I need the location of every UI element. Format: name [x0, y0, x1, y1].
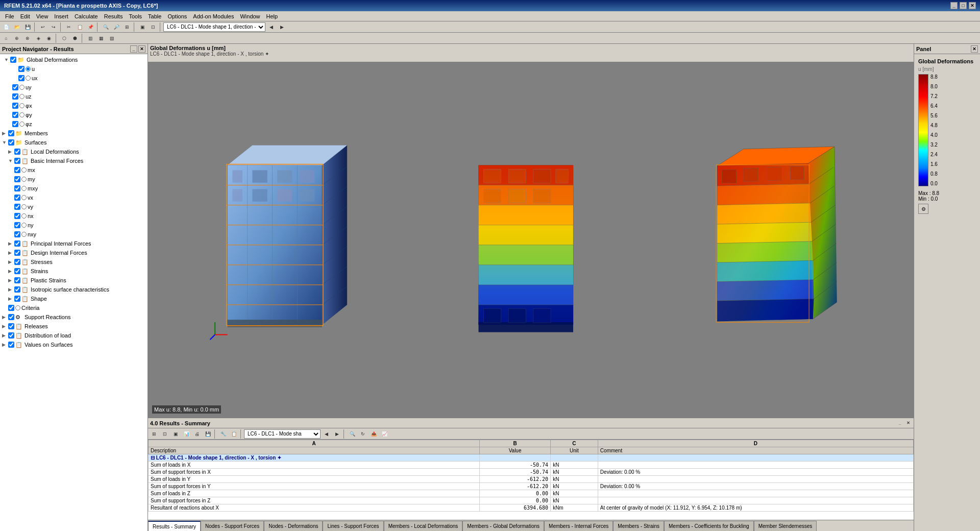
tree-radio-mxy[interactable] — [21, 186, 27, 191]
tree-item-local-def[interactable]: ▶ 📋 Local Deformations — [1, 147, 146, 156]
tree-cb-basic-if[interactable] — [14, 158, 20, 164]
bottom-tab-0[interactable]: Results - Summary — [148, 521, 201, 531]
rtb-1[interactable]: ⊞ — [149, 429, 159, 439]
menu-item-view[interactable]: View — [33, 12, 52, 20]
tree-item-stresses[interactable]: ▶ 📋 Stresses — [1, 257, 146, 267]
tb2-10[interactable]: ▧ — [107, 33, 117, 43]
tree-cb-vx[interactable] — [14, 195, 20, 201]
tree-item-mxy[interactable]: mxy — [1, 184, 146, 193]
rtb-chart[interactable]: 📈 — [379, 429, 389, 439]
tb-zoom-out[interactable]: 🔎 — [111, 22, 121, 32]
rp-close[interactable]: ✕ — [971, 45, 978, 53]
tree-radio-phix[interactable] — [19, 103, 24, 108]
lc-combo[interactable]: LC6 - DLC1 - Mode shape 1, direction - — [163, 22, 265, 32]
building-view-2[interactable] — [454, 135, 607, 345]
tree-cb-u[interactable] — [18, 66, 24, 72]
tree-radio-uy[interactable] — [19, 85, 24, 90]
tree-cb-dist-load[interactable] — [8, 332, 14, 339]
tree-cb-stresses[interactable] — [14, 259, 20, 265]
col-a-header[interactable]: A — [149, 440, 480, 447]
tree-cb-support-reactions[interactable] — [8, 314, 14, 320]
minimize-button[interactable]: _ — [950, 2, 958, 9]
tree-cb-phiy[interactable] — [12, 112, 18, 118]
tree-item-phix[interactable]: φx — [1, 101, 146, 110]
rtb-8[interactable]: 📋 — [229, 429, 239, 439]
rtb-3[interactable]: ▣ — [170, 429, 181, 439]
menu-item-add-on-modules[interactable]: Add-on Modules — [190, 12, 237, 20]
close-button[interactable]: ✕ — [969, 2, 976, 9]
tree-item-mx[interactable]: mx — [1, 165, 146, 175]
col-b-header[interactable]: B — [480, 440, 551, 447]
tb2-2[interactable]: ⊕ — [12, 33, 22, 43]
tree-cb-ux[interactable] — [18, 75, 24, 81]
results-minimize[interactable]: _ — [896, 420, 903, 427]
tree-cb-values-surfaces[interactable] — [8, 342, 14, 348]
bottom-tab-7[interactable]: Members - Strains — [613, 521, 664, 531]
tree-cb-surfaces[interactable] — [8, 139, 14, 146]
rtb-6[interactable]: 💾 — [203, 429, 213, 439]
tree-cb-mxy[interactable] — [14, 185, 20, 191]
tree-item-ux[interactable]: ux — [1, 74, 146, 83]
tree-cb-nx[interactable] — [14, 213, 20, 219]
rtb-4[interactable]: 📊 — [181, 429, 191, 439]
bottom-tab-6[interactable]: Members - Internal Forces — [544, 521, 613, 531]
tree-radio-nx[interactable] — [21, 213, 27, 219]
tb-paste[interactable]: 📌 — [85, 22, 95, 32]
tree-item-members[interactable]: ▶ 📁 Members — [1, 129, 146, 138]
tree-item-uy[interactable]: uy — [1, 83, 146, 92]
building-view-3[interactable] — [703, 135, 856, 345]
tree-item-criteria[interactable]: Criteria — [1, 303, 146, 312]
tb-wireframe[interactable]: ⊡ — [148, 22, 158, 32]
tree-radio-phiy[interactable] — [19, 112, 24, 117]
tree-cb-members[interactable] — [8, 130, 14, 136]
maximize-button[interactable]: □ — [960, 2, 967, 9]
rtb-filter[interactable]: 🔍 — [347, 429, 357, 439]
results-table-container[interactable]: A B C D Description Value Unit Comment — [148, 440, 914, 520]
menu-item-options[interactable]: Options — [164, 12, 190, 20]
tree-cb-releases[interactable] — [8, 323, 14, 329]
legend-settings-icon[interactable]: ⚙ — [918, 204, 928, 214]
tree-item-releases[interactable]: ▶ 📋 Releases — [1, 322, 146, 331]
tree-item-plastic-strains[interactable]: ▶ 📋 Plastic Strains — [1, 276, 146, 285]
tree-item-u[interactable]: u — [1, 64, 146, 74]
tb2-5[interactable]: ◉ — [44, 33, 54, 43]
tb-save[interactable]: 💾 — [22, 22, 33, 32]
results-close[interactable]: ✕ — [904, 420, 912, 427]
col-c-header[interactable]: C — [551, 440, 598, 447]
tb2-7[interactable]: ⬢ — [70, 33, 80, 43]
tree-item-vy[interactable]: vy — [1, 202, 146, 211]
tb2-8[interactable]: ▥ — [85, 33, 95, 43]
rtb-5[interactable]: 🖨 — [192, 429, 202, 439]
menu-item-tools[interactable]: Tools — [126, 12, 145, 20]
tree-item-support-reactions[interactable]: ▶ ⚙ Support Reactions — [1, 312, 146, 322]
tree-cb-shape[interactable] — [14, 296, 20, 302]
rtb-refresh[interactable]: ↻ — [358, 429, 368, 439]
menu-item-help[interactable]: Help — [263, 12, 281, 20]
menu-item-calculate[interactable]: Calculate — [71, 12, 101, 20]
tree-expand-root[interactable]: ▼ — [4, 57, 10, 62]
building-view-1[interactable] — [206, 135, 359, 345]
results-header-controls[interactable]: _ ✕ — [896, 420, 912, 427]
tree-radio-my[interactable] — [21, 177, 27, 182]
tree-item-basic-if[interactable]: ▼ 📋 Basic Internal Forces — [1, 156, 146, 165]
tree-item-uz[interactable]: uz — [1, 92, 146, 101]
tb-undo[interactable]: ↩ — [38, 22, 48, 32]
menu-item-window[interactable]: Window — [237, 12, 263, 20]
tree-cb-phix[interactable] — [12, 103, 18, 109]
lp-minimize[interactable]: _ — [130, 45, 137, 53]
right-panel-controls[interactable]: ✕ — [971, 45, 978, 53]
tree-radio-ux[interactable] — [26, 76, 31, 81]
tree-item-principal-if[interactable]: ▶ 📋 Principal Internal Forces — [1, 239, 146, 248]
tree-item-phiz[interactable]: φz — [1, 119, 146, 129]
tree-item-ny[interactable]: ny — [1, 221, 146, 230]
tree-cb-strains[interactable] — [14, 268, 20, 274]
menu-item-insert[interactable]: Insert — [51, 12, 71, 20]
tree-item-vx[interactable]: vx — [1, 193, 146, 202]
tree-item-dist-load[interactable]: ▶ 📋 Distribution of load — [1, 331, 146, 340]
tree-item-isotropic[interactable]: ▶ 📋 Isotropic surface characteristics — [1, 285, 146, 294]
tree-container[interactable]: ▼ 📁 Global Deformations u ux — [0, 54, 148, 531]
tree-radio-ny[interactable] — [21, 223, 27, 228]
results-lc-combo[interactable]: LC6 - DLC1 - Mode sha — [244, 429, 321, 439]
tb-redo[interactable]: ↪ — [48, 22, 59, 32]
tree-cb-criteria[interactable] — [8, 305, 14, 311]
